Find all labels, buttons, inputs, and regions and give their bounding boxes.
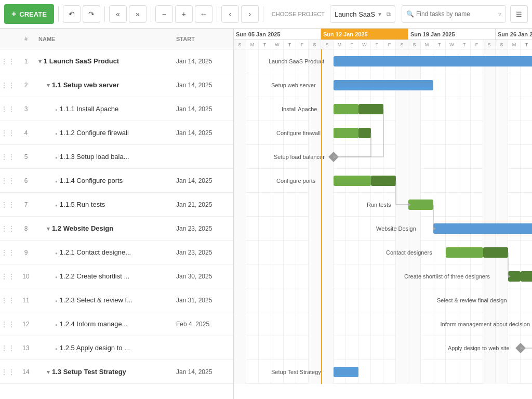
task-bar[interactable] [446, 247, 483, 258]
day-cell: W [271, 40, 284, 49]
project-selector[interactable]: Launch SaaS ▼ ⧉ [330, 5, 395, 23]
drag-handle[interactable]: ⋮⋮ [0, 57, 16, 65]
task-start: Jan 14, 2025 [176, 368, 233, 376]
task-bar[interactable] [334, 128, 358, 138]
task-start: Jan 14, 2025 [176, 82, 233, 89]
collapse-icon: ▾ [38, 58, 42, 64]
drag-handle[interactable]: ⋮⋮ [0, 320, 16, 328]
next-button[interactable]: › [241, 5, 259, 23]
filter-icon: ▿ [498, 10, 501, 18]
drag-handle[interactable]: ⋮⋮ [0, 129, 16, 137]
gantt-task-label: Website Design [376, 225, 416, 232]
table-row[interactable]: ⋮⋮ 13 ●1.2.5 Apply design to ... [0, 336, 233, 360]
table-row[interactable]: ⋮⋮ 11 ●1.2.3 Select & review f... Jan 31… [0, 288, 233, 312]
day-cell: T [284, 40, 296, 49]
drag-handle[interactable]: ⋮⋮ [0, 368, 16, 376]
table-row[interactable]: ⋮⋮ 3 ●1.1.1 Install Apache Jan 14, 2025 [0, 97, 233, 121]
day-cell: F [383, 40, 396, 49]
day-cell: W [446, 40, 458, 49]
day-cell: M [334, 40, 346, 49]
row-number: 3 [16, 105, 36, 113]
drag-handle[interactable]: ⋮⋮ [0, 344, 16, 352]
task-name: ●1.2.3 Select & review f... [36, 296, 176, 304]
fit-button[interactable]: ↔ [195, 5, 212, 23]
table-row[interactable]: ⋮⋮ 2 ▾1.1 Setup web server Jan 14, 2025 [0, 73, 233, 97]
toolbar: + CREATE ↶ ↷ « » − + ↔ ‹ › CHOOSE PROJEC… [0, 0, 532, 29]
redo-button[interactable]: ↷ [83, 5, 100, 23]
gantt-weeks-row: Sun 05 Jan 2025Sun 12 Jan 2025Sun 19 Jan… [234, 29, 532, 40]
gantt-row: Install Apache [234, 97, 532, 121]
gantt-row: Setup web server [234, 73, 532, 97]
drag-handle[interactable]: ⋮⋮ [0, 272, 16, 281]
bullet-icon: ● [55, 203, 58, 208]
task-bar[interactable] [433, 223, 532, 234]
task-name: ●1.2.1 Contact designe... [36, 248, 176, 256]
menu-button[interactable]: ☰ [510, 5, 528, 23]
task-start: Jan 23, 2025 [176, 225, 233, 232]
drag-handle[interactable]: ⋮⋮ [0, 81, 16, 89]
undo-button[interactable]: ↶ [63, 5, 81, 23]
bullet-icon: ● [55, 108, 58, 112]
day-cell: T [433, 40, 446, 49]
create-label: CREATE [19, 10, 46, 18]
task-bar[interactable] [408, 200, 433, 210]
table-row[interactable]: ⋮⋮ 7 ●1.1.5 Run tests Jan 21, 2025 [0, 193, 233, 217]
task-bar[interactable] [371, 176, 396, 186]
gantt-task-label: Configure ports [276, 178, 315, 184]
task-bar[interactable] [334, 367, 358, 377]
create-button[interactable]: + CREATE [4, 4, 54, 24]
drag-handle[interactable]: ⋮⋮ [0, 224, 16, 233]
gantt-task-label: Contact designers [386, 249, 432, 256]
task-bar[interactable] [334, 56, 532, 66]
drag-handle[interactable]: ⋮⋮ [0, 248, 16, 257]
gantt-header: Sun 05 Jan 2025Sun 12 Jan 2025Sun 19 Jan… [234, 29, 532, 49]
drag-handle[interactable]: ⋮⋮ [0, 296, 16, 304]
task-name: ●1.1.3 Setup load bala... [36, 153, 176, 161]
drag-handle[interactable]: ⋮⋮ [0, 201, 16, 209]
table-row[interactable]: ⋮⋮ 10 ●1.2.2 Create shortlist ... Jan 30… [0, 264, 233, 288]
task-name: ▾1.2 Website Design [36, 224, 176, 232]
day-cell: M [508, 40, 521, 49]
task-bar[interactable] [334, 104, 358, 114]
collapse-icon: ▾ [47, 225, 50, 232]
table-row[interactable]: ⋮⋮ 5 ●1.1.3 Setup load bala... [0, 145, 233, 169]
task-start: Jan 14, 2025 [176, 105, 233, 113]
task-start: Jan 14, 2025 [176, 58, 233, 65]
task-bar[interactable] [483, 247, 508, 258]
zoom-in-button[interactable]: + [175, 5, 193, 23]
external-link-icon: ⧉ [387, 11, 391, 18]
gantt-row: Setup load balancer [234, 145, 532, 169]
drag-handle[interactable]: ⋮⋮ [0, 153, 16, 161]
task-bar[interactable] [334, 80, 433, 90]
bullet-icon: ● [55, 131, 58, 136]
collapse-all-button[interactable]: « [109, 5, 127, 23]
table-row[interactable]: ⋮⋮ 9 ●1.2.1 Contact designe... Jan 23, 2… [0, 241, 233, 264]
drag-handle[interactable]: ⋮⋮ [0, 105, 16, 113]
prev-button[interactable]: ‹ [221, 5, 239, 23]
task-name: ●1.1.1 Install Apache [36, 105, 176, 113]
task-list-panel: # NAME START ⋮⋮ 1 ▾1 Launch SaaS Product… [0, 29, 234, 399]
task-bar[interactable] [521, 271, 532, 282]
zoom-out-button[interactable]: − [155, 5, 173, 23]
collapse-icon: ▾ [47, 369, 50, 375]
task-bar[interactable] [358, 104, 383, 114]
expand-all-button[interactable]: » [129, 5, 147, 23]
search-input[interactable] [416, 10, 496, 18]
num-col-header: # [16, 36, 36, 42]
table-row[interactable]: ⋮⋮ 1 ▾1 Launch SaaS Product Jan 14, 2025 [0, 49, 233, 73]
task-bar[interactable] [334, 176, 371, 186]
gantt-panel: Sun 05 Jan 2025Sun 12 Jan 2025Sun 19 Jan… [234, 29, 532, 399]
table-row[interactable]: ⋮⋮ 4 ●1.1.2 Configure firewall Jan 14, 2… [0, 121, 233, 145]
bullet-icon: ● [55, 299, 58, 303]
table-row[interactable]: ⋮⋮ 14 ▾1.3 Setup Test Strategy Jan 14, 2… [0, 360, 233, 384]
table-row[interactable]: ⋮⋮ 6 ●1.1.4 Configure ports Jan 14, 2025 [0, 169, 233, 193]
project-name: Launch SaaS [335, 10, 375, 18]
bullet-icon: ● [55, 179, 58, 184]
table-row[interactable]: ⋮⋮ 8 ▾1.2 Website Design Jan 23, 2025 [0, 217, 233, 241]
drag-handle[interactable]: ⋮⋮ [0, 177, 16, 185]
gantt-task-label: Run tests [367, 202, 391, 208]
row-number: 2 [16, 82, 36, 89]
task-bar[interactable] [358, 128, 371, 138]
task-bar[interactable] [508, 271, 521, 282]
table-row[interactable]: ⋮⋮ 12 ●1.2.4 Inform manage... Feb 4, 202… [0, 312, 233, 336]
